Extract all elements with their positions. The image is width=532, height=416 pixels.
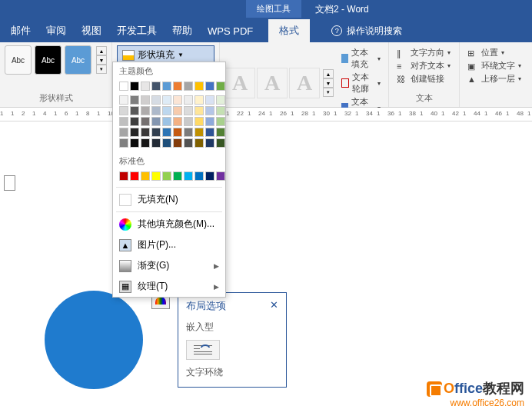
color-swatch[interactable] [205, 117, 214, 126]
gradient-fill-item[interactable]: 渐变(G)▶ [113, 255, 225, 276]
color-swatch[interactable] [151, 128, 161, 137]
shape-style-gallery[interactable]: Abc Abc Abc ▲ ▼ ▾ [5, 45, 107, 75]
color-swatch[interactable] [205, 106, 214, 115]
color-swatch[interactable] [151, 106, 161, 115]
wordart-style-2[interactable]: A [257, 68, 288, 98]
circle-shape[interactable] [45, 291, 143, 389]
picture-fill-item[interactable]: ▲图片(P)... [113, 235, 225, 255]
color-swatch[interactable] [173, 128, 182, 137]
color-swatch[interactable] [184, 171, 193, 181]
tab-view[interactable]: 视图 [81, 24, 101, 38]
color-swatch[interactable] [130, 171, 139, 181]
color-swatch[interactable] [162, 117, 171, 126]
color-swatch[interactable] [141, 95, 150, 105]
color-swatch[interactable] [173, 95, 182, 105]
color-swatch[interactable] [162, 128, 171, 137]
color-swatch[interactable] [141, 117, 150, 126]
color-swatch[interactable] [205, 138, 214, 148]
color-swatch[interactable] [216, 82, 225, 91]
color-swatch[interactable] [119, 117, 128, 126]
color-swatch[interactable] [216, 95, 225, 105]
color-swatch[interactable] [130, 138, 139, 148]
color-swatch[interactable] [119, 138, 128, 148]
color-swatch[interactable] [130, 95, 139, 105]
color-swatch[interactable] [162, 171, 171, 181]
color-swatch[interactable] [216, 138, 225, 148]
color-swatch[interactable] [184, 106, 193, 115]
color-swatch[interactable] [195, 171, 204, 181]
color-swatch[interactable] [195, 128, 204, 137]
color-swatch[interactable] [130, 117, 139, 126]
chevron-down-icon[interactable]: ▼ [323, 78, 334, 88]
color-swatch[interactable] [119, 171, 128, 181]
color-swatch[interactable] [130, 106, 139, 115]
tab-mail[interactable]: 邮件 [11, 24, 31, 38]
color-swatch[interactable] [151, 95, 161, 105]
text-direction-button[interactable]: ‖文字方向 ▾ [397, 47, 451, 58]
context-tool-tab[interactable]: 绘图工具 [246, 0, 301, 18]
position-button[interactable]: ⊞位置 ▾ [467, 47, 521, 58]
create-link-button[interactable]: ⛓创建链接 [397, 73, 451, 85]
tab-wps-pdf[interactable]: WPS PDF [208, 25, 253, 37]
expand-icon[interactable]: ▾ [323, 88, 334, 97]
color-swatch[interactable] [195, 82, 204, 91]
color-swatch[interactable] [119, 128, 128, 137]
color-swatch[interactable] [141, 128, 150, 137]
color-swatch[interactable] [184, 95, 193, 105]
color-swatch[interactable] [195, 117, 204, 126]
color-swatch[interactable] [130, 128, 139, 137]
color-swatch[interactable] [162, 82, 171, 91]
color-swatch[interactable] [205, 171, 214, 181]
texture-fill-item[interactable]: ▦纹理(T)▶ [113, 276, 225, 297]
color-swatch[interactable] [141, 82, 150, 91]
color-swatch[interactable] [162, 106, 171, 115]
color-swatch[interactable] [119, 82, 128, 91]
no-fill-item[interactable]: 无填充(N) [113, 189, 225, 210]
color-swatch[interactable] [119, 106, 128, 115]
color-swatch[interactable] [130, 82, 139, 91]
align-text-button[interactable]: ≡对齐文本 ▾ [397, 60, 451, 72]
layout-inline-option[interactable] [186, 340, 220, 360]
color-swatch[interactable] [205, 82, 214, 91]
color-swatch[interactable] [173, 138, 182, 148]
shape-style-3[interactable]: Abc [65, 45, 91, 75]
shape-style-1[interactable]: Abc [5, 45, 32, 75]
color-swatch[interactable] [173, 82, 182, 91]
color-swatch[interactable] [184, 82, 193, 91]
shape-style-2[interactable]: Abc [35, 45, 62, 75]
horizontal-ruler[interactable]: 1121416181101121141161181201221241261281… [0, 108, 532, 121]
document-canvas[interactable]: 布局选项 ✕ 嵌入型 文字环绕 [0, 121, 532, 383]
color-swatch[interactable] [151, 171, 161, 181]
text-fill-button[interactable]: 文本填充 ▾ [341, 47, 381, 70]
color-swatch[interactable] [162, 138, 171, 148]
color-swatch[interactable] [195, 95, 204, 105]
color-swatch[interactable] [216, 117, 225, 126]
color-swatch[interactable] [151, 82, 161, 91]
wrap-text-button[interactable]: ▣环绕文字 ▾ [467, 60, 521, 72]
color-swatch[interactable] [205, 128, 214, 137]
color-swatch[interactable] [184, 128, 193, 137]
color-swatch[interactable] [141, 171, 150, 181]
color-swatch[interactable] [184, 117, 193, 126]
color-swatch[interactable] [195, 106, 204, 115]
color-swatch[interactable] [151, 117, 161, 126]
color-swatch[interactable] [205, 95, 214, 105]
color-swatch[interactable] [162, 95, 171, 105]
chevron-up-icon[interactable]: ▲ [96, 46, 107, 55]
color-swatch[interactable] [173, 117, 182, 126]
color-swatch[interactable] [173, 171, 182, 181]
color-swatch[interactable] [141, 106, 150, 115]
tab-developer[interactable]: 开发工具 [117, 24, 157, 38]
tab-help[interactable]: 帮助 [172, 24, 192, 38]
text-outline-button[interactable]: 文本轮廓 ▾ [341, 72, 381, 95]
tab-format[interactable]: 格式 [268, 19, 310, 42]
more-colors-item[interactable]: 其他填充颜色(M)... [113, 214, 225, 235]
color-swatch[interactable] [216, 128, 225, 137]
textbox-shape[interactable] [4, 175, 15, 191]
chevron-up-icon[interactable]: ▲ [323, 69, 334, 78]
wordart-style-3[interactable]: A [289, 68, 320, 98]
tell-me-search[interactable]: ? 操作说明搜索 [331, 25, 402, 38]
color-swatch[interactable] [151, 138, 161, 148]
color-swatch[interactable] [141, 138, 150, 148]
color-swatch[interactable] [216, 106, 225, 115]
